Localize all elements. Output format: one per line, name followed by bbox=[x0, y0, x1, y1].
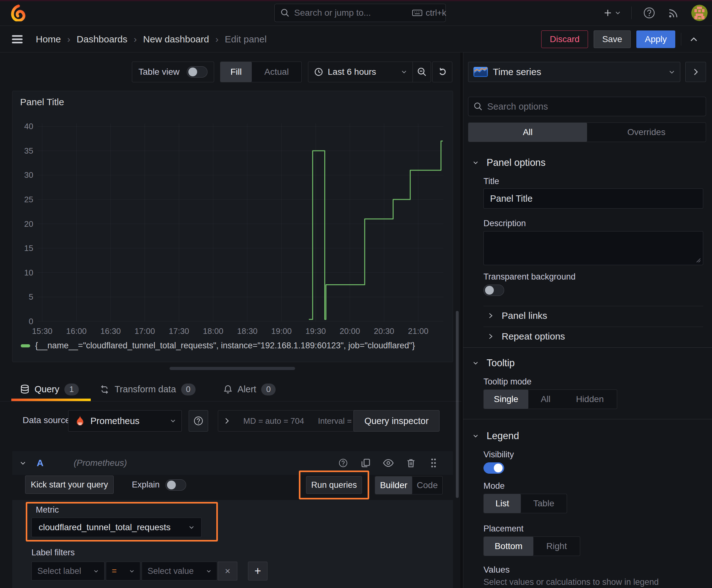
legend-list-option[interactable]: List bbox=[484, 494, 521, 513]
breadcrumb-edit-panel: Edit panel bbox=[225, 34, 266, 45]
panel-options-section[interactable]: Panel options bbox=[473, 157, 546, 168]
bell-icon bbox=[223, 384, 233, 395]
save-button[interactable]: Save bbox=[594, 30, 631, 48]
description-textarea[interactable] bbox=[483, 231, 703, 265]
table-view-toggle[interactable] bbox=[187, 66, 208, 78]
tooltip-hidden-option[interactable]: Hidden bbox=[563, 390, 617, 408]
grafana-logo-icon[interactable] bbox=[11, 4, 28, 21]
datasource-help-button[interactable] bbox=[189, 410, 208, 432]
svg-text:25: 25 bbox=[24, 195, 33, 204]
run-queries-button[interactable]: Run queries bbox=[306, 476, 362, 494]
tab-alert[interactable]: Alert 0 bbox=[223, 383, 276, 396]
collapse-options-button[interactable] bbox=[687, 33, 701, 46]
panel-links-section[interactable]: Panel links bbox=[489, 310, 547, 321]
legend-table-option[interactable]: Table bbox=[521, 494, 567, 513]
tooltip-title: Tooltip bbox=[487, 357, 515, 369]
query-inspector-button[interactable]: Query inspector bbox=[353, 410, 439, 432]
legend-series-name[interactable]: {__name__="cloudflared_tunnel_total_requ… bbox=[35, 341, 415, 351]
query-ref-id[interactable]: A bbox=[37, 458, 44, 468]
repeat-options-section[interactable]: Repeat options bbox=[489, 331, 565, 342]
placement-bottom-option[interactable]: Bottom bbox=[484, 537, 533, 555]
datasource-name: Prometheus bbox=[90, 416, 166, 426]
breadcrumb-home[interactable]: Home bbox=[36, 34, 61, 45]
placement-right-option[interactable]: Right bbox=[533, 537, 580, 555]
svg-text:15: 15 bbox=[24, 244, 33, 253]
legend-visibility-toggle[interactable] bbox=[483, 462, 504, 474]
chevron-right-icon[interactable] bbox=[224, 417, 230, 424]
panel-options-title: Panel options bbox=[487, 157, 546, 168]
transparent-background-label: Transparent background bbox=[483, 272, 576, 282]
zoom-out-button[interactable] bbox=[412, 62, 431, 82]
resize-grip-icon[interactable] bbox=[695, 257, 701, 263]
pane-resize-handle[interactable] bbox=[170, 367, 295, 370]
delete-query-icon[interactable] bbox=[404, 456, 418, 470]
refresh-button[interactable] bbox=[432, 62, 452, 82]
tab-query[interactable]: Query 1 bbox=[20, 383, 79, 396]
breadcrumb-dashboards[interactable]: Dashboards bbox=[77, 34, 127, 45]
svg-text:19:30: 19:30 bbox=[305, 327, 326, 336]
tab-all[interactable]: All bbox=[468, 123, 587, 142]
tab-query-label: Query bbox=[35, 384, 59, 395]
datasource-picker[interactable]: Prometheus bbox=[68, 410, 182, 432]
search-input[interactable] bbox=[294, 8, 408, 18]
tab-transform-data[interactable]: Transform data 0 bbox=[100, 383, 196, 396]
tooltip-all-option[interactable]: All bbox=[528, 390, 563, 408]
select-label-dropdown[interactable]: Select label bbox=[31, 562, 105, 581]
code-option[interactable]: Code bbox=[412, 477, 442, 494]
apply-button[interactable]: Apply bbox=[637, 30, 675, 48]
new-dropdown-button[interactable] bbox=[603, 8, 621, 18]
explain-label: Explain bbox=[132, 480, 160, 490]
svg-text:10: 10 bbox=[24, 268, 33, 277]
metric-label: Metric bbox=[36, 505, 59, 515]
tab-overrides[interactable]: Overrides bbox=[587, 123, 706, 142]
query-help-icon[interactable] bbox=[336, 456, 350, 470]
svg-text:18:30: 18:30 bbox=[237, 327, 257, 336]
global-search[interactable]: ctrl+k bbox=[274, 4, 446, 22]
discard-button[interactable]: Discard bbox=[541, 30, 588, 48]
breadcrumb-new-dashboard[interactable]: New dashboard bbox=[143, 34, 209, 45]
panel-preview: Panel Title 051015202530354015:3016:0016… bbox=[12, 91, 453, 362]
transparent-background-toggle[interactable] bbox=[483, 285, 504, 296]
active-tab-indicator bbox=[11, 399, 91, 401]
visualization-picker[interactable]: Time series bbox=[468, 62, 680, 82]
news-rss-button[interactable] bbox=[667, 6, 681, 20]
svg-text:35: 35 bbox=[24, 146, 33, 155]
query-row-header[interactable]: A (Prometheus) bbox=[12, 451, 453, 475]
visualization-name: Time series bbox=[493, 67, 664, 77]
explain-toggle[interactable] bbox=[166, 479, 186, 491]
collapse-chevron-icon[interactable] bbox=[20, 461, 26, 465]
metric-select[interactable]: cloudflared_tunnel_total_requests bbox=[31, 518, 201, 537]
drag-handle-icon[interactable] bbox=[427, 456, 440, 470]
top-nav: ctrl+k bbox=[0, 0, 712, 26]
svg-text:19:00: 19:00 bbox=[271, 327, 292, 336]
kick-start-query-button[interactable]: Kick start your query bbox=[25, 476, 114, 494]
select-value-dropdown[interactable]: Select value bbox=[142, 562, 217, 581]
tooltip-single-option[interactable]: Single bbox=[484, 390, 528, 408]
options-search-input[interactable] bbox=[487, 102, 701, 112]
title-input[interactable] bbox=[483, 188, 703, 209]
tooltip-mode-label: Tooltip mode bbox=[483, 377, 532, 387]
operator-dropdown[interactable]: = bbox=[106, 562, 140, 581]
menu-icon[interactable] bbox=[11, 35, 23, 44]
options-search[interactable] bbox=[468, 97, 706, 116]
panel-title[interactable]: Panel Title bbox=[20, 97, 64, 107]
add-filter-button[interactable]: + bbox=[248, 562, 267, 581]
remove-filter-button[interactable]: × bbox=[218, 562, 237, 581]
time-range-picker[interactable]: Last 6 hours bbox=[308, 67, 412, 77]
title-label: Title bbox=[483, 176, 499, 186]
help-button[interactable] bbox=[642, 6, 656, 20]
time-series-chart[interactable]: 051015202530354015:3016:0016:3017:0017:3… bbox=[13, 113, 453, 339]
search-icon bbox=[280, 8, 290, 18]
svg-text:16:00: 16:00 bbox=[66, 327, 87, 336]
svg-text:15:30: 15:30 bbox=[32, 327, 52, 336]
actual-option[interactable]: Actual bbox=[252, 62, 301, 82]
fill-option[interactable]: Fill bbox=[220, 62, 252, 82]
scrollbar-thumb[interactable] bbox=[456, 311, 459, 498]
legend-section[interactable]: Legend bbox=[473, 430, 519, 442]
expand-viz-picker-button[interactable] bbox=[685, 62, 706, 82]
duplicate-query-icon[interactable] bbox=[359, 456, 373, 470]
toggle-visibility-icon[interactable] bbox=[382, 456, 395, 470]
avatar[interactable] bbox=[691, 5, 708, 21]
tooltip-section[interactable]: Tooltip bbox=[473, 357, 515, 369]
builder-option[interactable]: Builder bbox=[375, 477, 412, 494]
